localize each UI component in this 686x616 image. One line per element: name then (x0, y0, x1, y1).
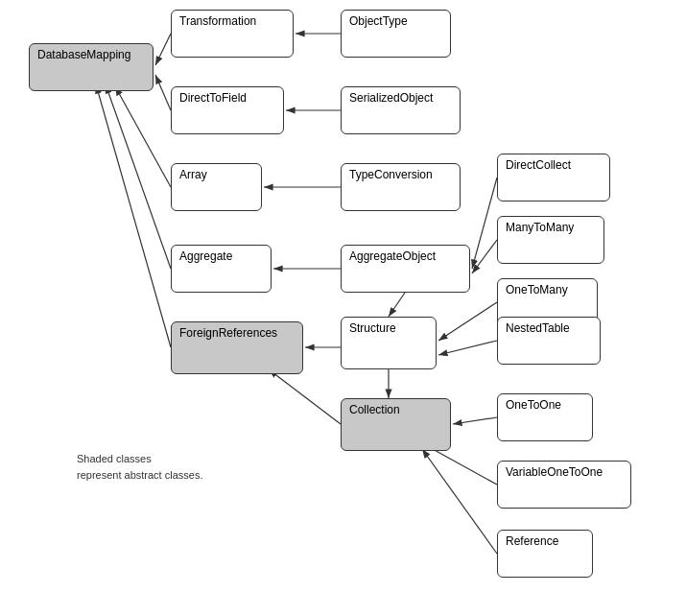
diagram: DatabaseMappingTransformationObjectTypeD… (0, 0, 686, 616)
node-structure: Structure (341, 317, 437, 369)
node-label-foreignreferences: ForeignReferences (179, 326, 277, 340)
node-collection: Collection (341, 398, 451, 451)
node-label-transformation: Transformation (179, 14, 256, 28)
node-label-structure: Structure (349, 321, 396, 335)
node-transformation: Transformation (171, 10, 294, 58)
svg-line-2 (155, 34, 171, 65)
svg-line-11 (472, 240, 497, 273)
svg-line-16 (269, 369, 341, 424)
node-aggregateobject: AggregateObject (341, 245, 470, 293)
node-label-directtofield: DirectToField (179, 91, 247, 105)
node-objecttype: ObjectType (341, 10, 451, 58)
svg-line-21 (389, 293, 405, 317)
node-foreignreferences: ForeignReferences (171, 321, 303, 374)
node-label-nestedtable: NestedTable (506, 321, 570, 335)
node-label-array: Array (179, 168, 207, 181)
node-reference: Reference (497, 530, 593, 578)
svg-line-17 (453, 417, 497, 424)
node-label-aggregate: Aggregate (179, 249, 232, 263)
node-variableonetoone: VariableOneToOne (497, 461, 631, 509)
node-nestedtable: NestedTable (497, 317, 601, 365)
svg-line-6 (115, 86, 171, 187)
node-directcollect: DirectCollect (497, 154, 610, 201)
note: Shaded classes represent abstract classe… (77, 451, 202, 483)
node-label-serializedobject: SerializedObject (349, 91, 433, 105)
svg-line-12 (438, 302, 497, 341)
node-label-objecttype: ObjectType (349, 14, 408, 28)
node-aggregate: Aggregate (171, 245, 272, 293)
node-label-collection: Collection (349, 403, 400, 416)
node-databasemapping: DatabaseMapping (29, 43, 154, 91)
node-label-variableonetoone: VariableOneToOne (506, 465, 603, 479)
node-label-databasemapping: DatabaseMapping (37, 48, 130, 61)
node-directtofield: DirectToField (171, 86, 284, 134)
node-label-reference: Reference (506, 534, 558, 548)
node-label-manytomany: ManyToMany (506, 221, 574, 234)
node-manytomany: ManyToMany (497, 216, 604, 264)
svg-line-14 (96, 84, 171, 347)
svg-line-19 (422, 449, 497, 554)
node-label-typeconversion: TypeConversion (349, 168, 433, 181)
svg-line-10 (472, 178, 497, 269)
svg-line-4 (155, 75, 171, 110)
node-label-onetoone: OneToOne (506, 398, 561, 412)
node-array: Array (171, 163, 262, 211)
node-serializedobject: SerializedObject (341, 86, 461, 134)
node-label-onetomany: OneToMany (506, 283, 568, 296)
svg-line-13 (438, 341, 497, 355)
node-onetoone: OneToOne (497, 393, 593, 441)
svg-line-8 (106, 84, 171, 269)
node-label-aggregateobject: AggregateObject (349, 249, 436, 263)
node-typeconversion: TypeConversion (341, 163, 461, 211)
node-label-directcollect: DirectCollect (506, 158, 571, 172)
